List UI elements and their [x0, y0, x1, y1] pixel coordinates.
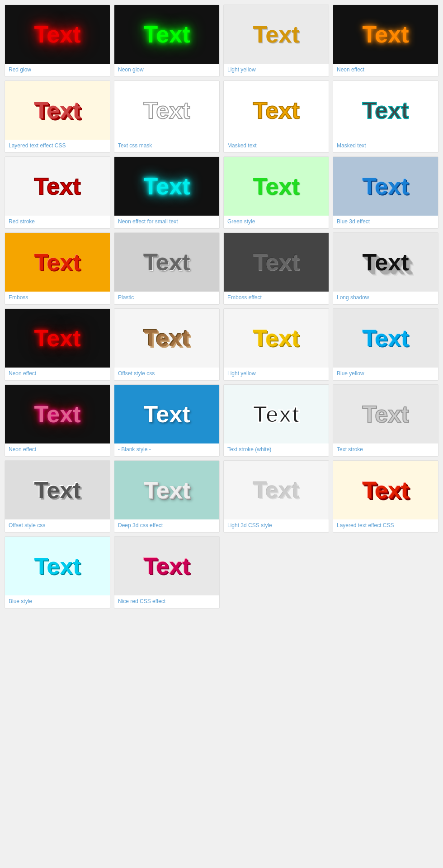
preview-area: Text: [114, 233, 219, 292]
card-emboss[interactable]: TextEmboss: [5, 232, 110, 305]
card-blue-style[interactable]: TextBlue style: [5, 536, 110, 609]
preview-area: Text: [5, 461, 110, 519]
card-red-stroke[interactable]: TextRed stroke: [5, 156, 110, 229]
card-masked-teal[interactable]: TextMasked text: [333, 80, 438, 153]
card-css-mask[interactable]: TextText css mask: [114, 80, 220, 153]
card-light-yellow[interactable]: TextLight yellow: [223, 5, 329, 77]
effect-text-red-glow: Text: [34, 21, 80, 48]
caption-text-stroke: Text stroke: [333, 443, 438, 456]
caption-blue-yellow: Blue yellow: [333, 368, 438, 380]
caption-long-shadow: Long shadow: [333, 292, 438, 304]
effect-text-neon-effect2: Text: [34, 325, 80, 352]
effect-text-green-style: Text: [253, 173, 299, 200]
card-offset-css[interactable]: TextOffset style css: [114, 308, 220, 381]
caption-masked-gold: Masked text: [224, 140, 329, 152]
card-red-glow[interactable]: TextRed glow: [5, 5, 110, 77]
caption-plastic: Plastic: [114, 292, 219, 304]
effect-text-long-shadow: Text: [362, 249, 409, 276]
preview-area: Text: [333, 385, 438, 443]
preview-area: Text: [333, 233, 438, 292]
effect-text-blue3d: Text: [362, 173, 409, 200]
card-masked-gold[interactable]: TextMasked text: [223, 80, 329, 153]
preview-area: Text: [333, 157, 438, 216]
effect-text-emboss-effect: Text: [253, 249, 299, 276]
caption-blue-style: Blue style: [5, 595, 110, 608]
card-layered-css[interactable]: TextLayered text effect CSS: [5, 80, 110, 153]
preview-area: Text: [333, 461, 438, 519]
effect-text-text-stroke: Text: [362, 401, 409, 428]
card-offset2-css[interactable]: TextOffset style css: [5, 460, 110, 533]
preview-area: Text: [5, 5, 110, 64]
effect-text-offset2-css: Text: [34, 476, 80, 504]
preview-area: Text: [114, 157, 219, 216]
card-light-yellow2[interactable]: TextLight yellow: [223, 308, 329, 381]
effect-text-blank-style: Text: [143, 401, 190, 428]
caption-neon-small: Neon effect for small text: [114, 216, 219, 228]
effect-text-css-mask: Text: [143, 97, 190, 124]
card-stroke-white[interactable]: TextText stroke (white): [223, 384, 329, 457]
caption-emboss-effect: Emboss effect: [224, 292, 329, 304]
card-neon-effect3[interactable]: TextNeon effect: [5, 384, 110, 457]
card-deep3d[interactable]: TextDeep 3d css effect: [114, 460, 220, 533]
card-layered2[interactable]: TextLayered text effect CSS: [333, 460, 438, 533]
preview-area: Text: [224, 309, 329, 368]
card-text-stroke[interactable]: TextText stroke: [333, 384, 438, 457]
preview-area: Text: [333, 81, 438, 140]
preview-area: Text: [114, 385, 219, 443]
preview-area: Text: [114, 461, 219, 519]
caption-neon-glow: Neon glow: [114, 64, 219, 76]
effect-text-deep3d: Text: [143, 476, 190, 504]
effect-text-neon-glow: Text: [143, 21, 190, 48]
effect-text-nice-red: Text: [143, 552, 190, 580]
effect-text-offset-css: Text: [143, 325, 190, 352]
caption-emboss: Emboss: [5, 292, 110, 304]
caption-neon-effect2: Neon effect: [5, 368, 110, 380]
effect-text-neon-effect3: Text: [34, 401, 80, 428]
caption-neon-effect: Neon effect: [333, 64, 438, 76]
effect-text-neon-small: Text: [143, 173, 190, 200]
preview-area: Text: [224, 461, 329, 519]
card-blue3d[interactable]: TextBlue 3d effect: [333, 156, 438, 229]
effect-text-red-stroke: Text: [34, 173, 80, 200]
preview-area: Text: [224, 233, 329, 292]
preview-area: Text: [5, 81, 110, 140]
caption-stroke-white: Text stroke (white): [224, 443, 329, 456]
card-long-shadow[interactable]: TextLong shadow: [333, 232, 438, 305]
card-blank-style[interactable]: Text- Blank style -: [114, 384, 220, 457]
card-light3d[interactable]: TextLight 3d CSS style: [223, 460, 329, 533]
card-neon-effect2[interactable]: TextNeon effect: [5, 308, 110, 381]
effect-text-blue-yellow: Text: [362, 325, 409, 352]
effect-text-neon-effect: Text: [362, 21, 409, 48]
caption-masked-teal: Masked text: [333, 140, 438, 152]
caption-red-stroke: Red stroke: [5, 216, 110, 228]
effect-text-light-yellow: Text: [253, 21, 299, 48]
card-plastic[interactable]: TextPlastic: [114, 232, 220, 305]
preview-area: Text: [5, 537, 110, 595]
effect-text-emboss: Text: [34, 249, 80, 276]
card-emboss-effect[interactable]: TextEmboss effect: [223, 232, 329, 305]
card-neon-small[interactable]: TextNeon effect for small text: [114, 156, 220, 229]
preview-area: Text: [333, 5, 438, 64]
caption-blue3d: Blue 3d effect: [333, 216, 438, 228]
preview-area: Text: [224, 5, 329, 64]
effect-text-blue-style: Text: [34, 552, 80, 580]
preview-area: Text: [224, 157, 329, 216]
effect-text-masked-gold: Text: [253, 97, 299, 124]
card-nice-red[interactable]: TextNice red CSS effect: [114, 536, 220, 609]
effect-text-light-yellow2: Text: [253, 325, 299, 352]
caption-light-yellow: Light yellow: [224, 64, 329, 76]
effects-grid: TextRed glowTextNeon glowTextLight yello…: [0, 0, 443, 613]
effect-text-plastic: Text: [143, 249, 190, 276]
card-neon-glow[interactable]: TextNeon glow: [114, 5, 220, 77]
preview-area: Text: [5, 233, 110, 292]
caption-offset-css: Offset style css: [114, 368, 219, 380]
caption-green-style: Green style: [224, 216, 329, 228]
effect-text-masked-teal: Text: [362, 97, 409, 124]
card-green-style[interactable]: TextGreen style: [223, 156, 329, 229]
card-blue-yellow[interactable]: TextBlue yellow: [333, 308, 438, 381]
caption-neon-effect3: Neon effect: [5, 443, 110, 456]
caption-offset2-css: Offset style css: [5, 519, 110, 532]
card-neon-effect[interactable]: TextNeon effect: [333, 5, 438, 77]
preview-area: Text: [224, 385, 329, 443]
preview-area: Text: [114, 81, 219, 140]
